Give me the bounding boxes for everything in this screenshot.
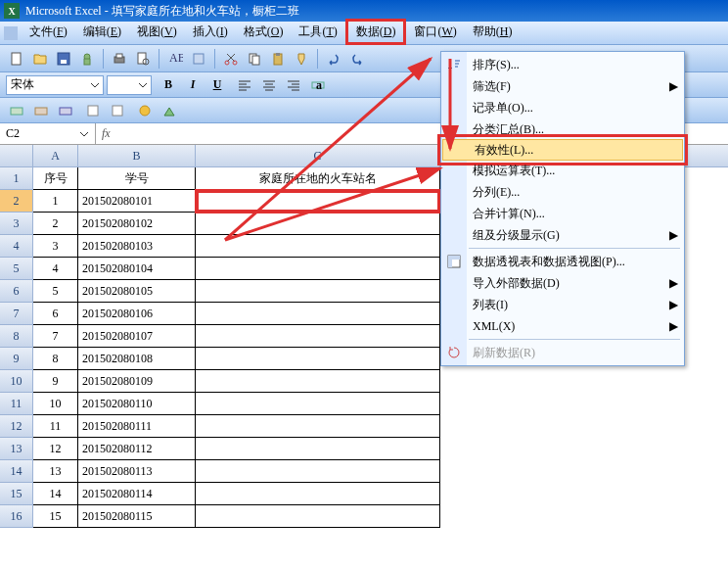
research-button[interactable] [188, 48, 209, 70]
cell-A8[interactable]: 7 [33, 325, 78, 348]
menu-item[interactable]: 记录单(O)... [441, 97, 684, 118]
cell-C6[interactable] [196, 280, 440, 303]
extra-btn-4[interactable] [82, 100, 104, 121]
cut-button[interactable] [220, 48, 242, 70]
row-header-11[interactable]: 11 [0, 393, 33, 415]
cell-C10[interactable] [196, 370, 440, 393]
cell-A6[interactable]: 5 [33, 280, 78, 303]
row-header-7[interactable]: 7 [0, 303, 33, 325]
menu-t[interactable]: 工具(T) [291, 22, 344, 45]
menu-item[interactable]: 分列(E)... [441, 181, 684, 203]
cell-C16[interactable] [196, 505, 440, 528]
menu-item[interactable]: 分类汇总(B)... [441, 118, 684, 140]
col-header-C[interactable]: C [196, 145, 440, 166]
fx-label[interactable]: fx [102, 126, 111, 141]
spelling-button[interactable]: ABC [164, 48, 186, 70]
cell-A9[interactable]: 8 [33, 348, 78, 370]
row-header-3[interactable]: 3 [0, 213, 33, 235]
menu-item[interactable]: 数据透视表和数据透视图(P)... [441, 251, 684, 272]
cell-A11[interactable]: 10 [33, 393, 78, 415]
cell-C15[interactable] [196, 483, 440, 505]
underline-button[interactable]: U [206, 74, 228, 96]
menu-h[interactable]: 帮助(H) [465, 22, 521, 45]
menu-i[interactable]: 插入(I) [185, 22, 236, 45]
row-header-1[interactable]: 1 [0, 167, 33, 190]
col-header-B[interactable]: B [78, 145, 196, 166]
cell-B14[interactable]: 201502080113 [78, 460, 196, 483]
format-painter-button[interactable] [291, 48, 312, 70]
cell-A7[interactable]: 6 [33, 303, 78, 325]
row-header-9[interactable]: 9 [0, 348, 33, 370]
row-header-15[interactable]: 15 [0, 483, 33, 505]
cell-C1[interactable]: 家庭所在地的火车站名 [196, 167, 440, 190]
cell-C7[interactable] [196, 303, 440, 325]
cell-A12[interactable]: 11 [33, 415, 78, 438]
cell-B2[interactable]: 201502080101 [78, 190, 196, 213]
paste-button[interactable] [267, 48, 289, 70]
align-right-button[interactable] [283, 74, 304, 96]
extra-btn-5[interactable] [107, 100, 128, 121]
cell-B12[interactable]: 201502080111 [78, 415, 196, 438]
cell-B16[interactable]: 201502080115 [78, 505, 196, 528]
font-name-select[interactable]: 宋体 [6, 75, 104, 95]
bold-button[interactable]: B [158, 74, 179, 96]
row-header-8[interactable]: 8 [0, 325, 33, 348]
menu-item[interactable]: 组及分级显示(G)▶ [441, 224, 684, 246]
row-header-14[interactable]: 14 [0, 460, 33, 483]
cell-C4[interactable] [196, 235, 440, 258]
extra-btn-2[interactable] [30, 100, 52, 121]
menu-item[interactable]: XML(X)▶ [441, 315, 684, 337]
menu-v[interactable]: 视图(V) [129, 22, 185, 45]
menu-item[interactable]: 筛选(F)▶ [441, 75, 684, 97]
cell-B15[interactable]: 201502080114 [78, 483, 196, 505]
cell-A14[interactable]: 13 [33, 460, 78, 483]
print-button[interactable] [109, 48, 130, 70]
italic-button[interactable]: I [182, 74, 204, 96]
menu-item[interactable]: 列表(I)▶ [441, 294, 684, 315]
cell-B3[interactable]: 201502080102 [78, 213, 196, 235]
menu-o[interactable]: 格式(O) [236, 22, 292, 45]
cell-A16[interactable]: 15 [33, 505, 78, 528]
menu-e[interactable]: 编辑(E) [75, 22, 129, 45]
cell-C2[interactable] [196, 190, 440, 213]
copy-button[interactable] [244, 48, 265, 70]
menu-item[interactable]: 模拟运算表(T)... [441, 160, 684, 181]
cell-A2[interactable]: 1 [33, 190, 78, 213]
row-header-2[interactable]: 2 [0, 190, 33, 213]
cell-A5[interactable]: 4 [33, 258, 78, 280]
new-button[interactable] [6, 48, 27, 70]
cell-B5[interactable]: 201502080104 [78, 258, 196, 280]
name-box[interactable]: C2 [0, 123, 96, 144]
extra-btn-7[interactable] [159, 100, 180, 121]
row-header-10[interactable]: 10 [0, 370, 33, 393]
select-all-corner[interactable] [0, 145, 33, 166]
col-header-A[interactable]: A [33, 145, 78, 166]
cell-B8[interactable]: 201502080107 [78, 325, 196, 348]
cell-C8[interactable] [196, 325, 440, 348]
row-header-12[interactable]: 12 [0, 415, 33, 438]
cell-C5[interactable] [196, 258, 440, 280]
menu-item[interactable]: 有效性(L)... [442, 139, 683, 161]
extra-btn-3[interactable] [55, 100, 76, 121]
menubar-handle[interactable] [4, 26, 18, 40]
cell-B9[interactable]: 201502080108 [78, 348, 196, 370]
menu-d[interactable]: 数据(D) [345, 19, 407, 45]
redo-button[interactable] [346, 48, 368, 70]
menu-f[interactable]: 文件(F) [22, 22, 75, 45]
cell-C3[interactable] [196, 213, 440, 235]
menu-w[interactable]: 窗口(W) [406, 22, 464, 45]
menu-item[interactable]: 导入外部数据(D)▶ [441, 272, 684, 294]
cell-A13[interactable]: 12 [33, 438, 78, 460]
menu-item[interactable]: 合并计算(N)... [441, 203, 684, 224]
extra-btn-1[interactable] [6, 100, 27, 121]
save-button[interactable] [53, 48, 74, 70]
cell-B11[interactable]: 201502080110 [78, 393, 196, 415]
cell-C13[interactable] [196, 438, 440, 460]
row-header-6[interactable]: 6 [0, 280, 33, 303]
align-left-button[interactable] [234, 74, 255, 96]
font-size-select[interactable] [107, 75, 152, 95]
extra-btn-6[interactable] [134, 100, 156, 121]
cell-B10[interactable]: 201502080109 [78, 370, 196, 393]
row-header-13[interactable]: 13 [0, 438, 33, 460]
row-header-4[interactable]: 4 [0, 235, 33, 258]
